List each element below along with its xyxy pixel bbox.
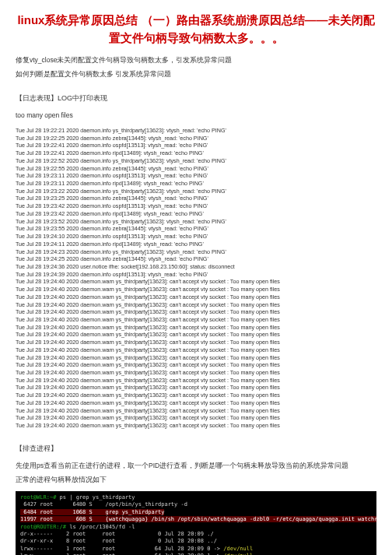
section-log-behavior: 【日志表现】LOG中打印表现 xyxy=(16,93,376,104)
error-label: too many open files xyxy=(16,111,376,119)
subtitle-1: 修复vty_close未关闭配置文件句柄导致句柄数太多，引发系统异常问题 xyxy=(16,56,376,65)
proc-desc-2: 正常的进程句柄释放情况如下 xyxy=(16,476,376,485)
log-output: Tue Jul 28 19:22:21 2020 daemon.info ys_… xyxy=(16,127,376,430)
proc-desc-1: 先使用ps查看当前正在进行的进程，取一个PID进行查看，判断是哪一个句柄未释放导… xyxy=(16,462,376,471)
terminal-output: root@WLR:~# ps | grep ys_thirdparty 6427… xyxy=(16,491,376,555)
subtitle-2: 如何判断是配置文件句柄数太多 引发系统异常问题 xyxy=(16,70,376,79)
page-title: linux系统异常原因总结 （一）路由器系统崩溃原因总结——未关闭配置文件句柄导… xyxy=(16,12,376,47)
section-proc-check: 【排查进程】 xyxy=(16,444,376,454)
